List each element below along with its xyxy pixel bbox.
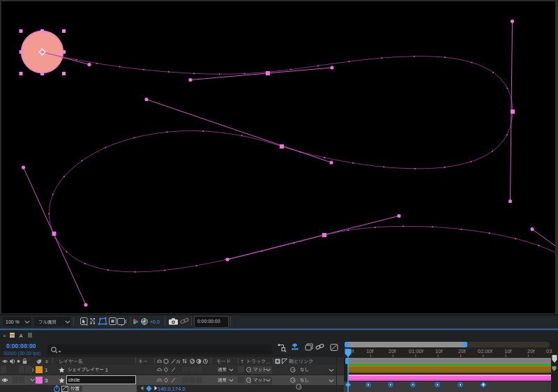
svg-text:10f: 10f [366, 348, 374, 354]
svg-text:+0.0: +0.0 [150, 319, 160, 324]
svg-text:20f: 20f [527, 348, 535, 354]
svg-text:02:00f: 02:00f [478, 348, 493, 354]
svg-text:fx: fx [176, 359, 181, 364]
svg-text:20f: 20f [458, 348, 466, 354]
svg-text:#: # [45, 359, 48, 364]
svg-text:10f: 10f [435, 348, 443, 354]
svg-text:10f: 10f [504, 348, 512, 354]
svg-text:20f: 20f [389, 348, 396, 354]
svg-text:01:00f: 01:00f [409, 348, 424, 354]
